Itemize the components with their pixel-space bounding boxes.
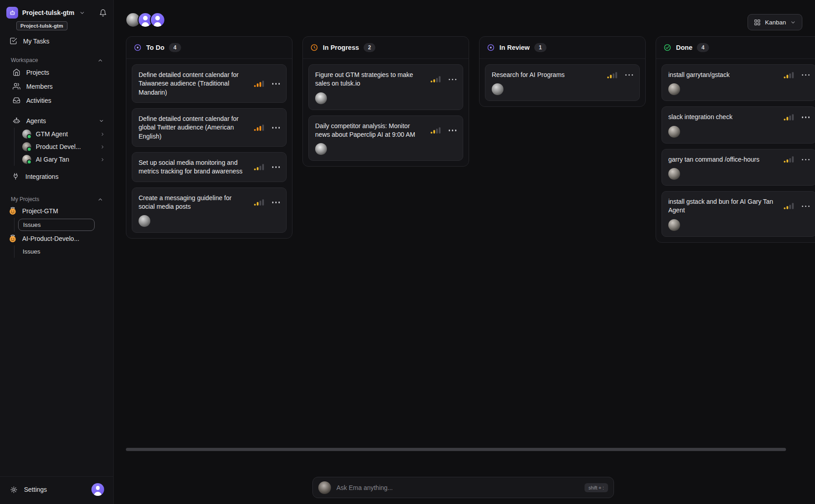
kanban-card[interactable]: Daily competitor analysis: Monitor news …: [308, 115, 463, 161]
check-square-icon: [10, 37, 17, 45]
card-menu-button[interactable]: [802, 72, 810, 78]
sidebar-item-ai-product-develo[interactable]: AI-Product-Develo...: [0, 232, 113, 245]
kanban-card[interactable]: Define detailed content calendar for glo…: [132, 108, 287, 147]
card-menu-button[interactable]: [802, 115, 810, 120]
chevron-right-icon: [100, 144, 105, 149]
card-title: Define detailed content calendar for Tai…: [139, 71, 249, 97]
members-icon: [13, 82, 20, 90]
kanban-card[interactable]: Set up social media monitoring and metri…: [132, 152, 287, 182]
kanban-board: To Do4Define detailed content calendar f…: [126, 36, 815, 243]
assignee-avatar: [139, 215, 150, 227]
priority-icon: [607, 72, 617, 78]
agent-avatar: [22, 142, 31, 151]
assignee-avatar: [668, 168, 680, 180]
chevron-up-icon[interactable]: [97, 197, 103, 202]
kanban-card[interactable]: Research for AI Programs: [485, 64, 640, 101]
chevron-up-icon[interactable]: [97, 58, 103, 63]
chevron-down-icon: [790, 19, 796, 25]
horizontal-scrollbar[interactable]: [126, 448, 786, 451]
section-label: Workspace: [11, 57, 38, 63]
kanban-card[interactable]: install garrytan/gstack: [662, 64, 815, 101]
sidebar-item-ai-gary-tan-agent[interactable]: AI Gary Tan: [14, 153, 113, 166]
member-avatar[interactable]: [150, 12, 165, 28]
sidebar-item-issues-selected[interactable]: Issues: [18, 219, 95, 231]
sidebar-item-activities[interactable]: Activities: [0, 93, 113, 107]
sidebar-item-issues[interactable]: Issues: [14, 245, 113, 258]
kanban-card[interactable]: install gstack and bun for AI Gary Tan A…: [662, 191, 815, 237]
view-switcher-label: Kanban: [765, 19, 786, 26]
column-header: In Review1: [479, 37, 645, 59]
assignee-avatar: [315, 143, 327, 155]
chat-bar: shift + :: [312, 477, 614, 498]
sidebar-item-project-gtm[interactable]: Project-GTM: [0, 204, 113, 218]
column-title: In Review: [499, 44, 530, 51]
chat-shortcut-hint: shift + :: [585, 483, 608, 492]
column-header: Done4: [656, 37, 815, 59]
project-name: Project-GTM: [22, 207, 58, 215]
card-menu-button[interactable]: [625, 72, 633, 78]
user-avatar[interactable]: [91, 483, 104, 496]
card-menu-button[interactable]: [449, 128, 457, 133]
sidebar-item-label: Members: [26, 83, 53, 90]
column-title: In Progress: [323, 44, 359, 51]
agent-name: Product Devel...: [36, 143, 81, 150]
priority-icon: [254, 199, 264, 206]
kanban-card[interactable]: Define detailed content calendar for Tai…: [132, 64, 287, 103]
card-menu-button[interactable]: [272, 200, 280, 205]
kanban-card[interactable]: Create a messaging guideline for social …: [132, 187, 287, 233]
chevron-right-icon: [100, 157, 105, 162]
sidebar-item-my-tasks[interactable]: My Tasks: [0, 34, 113, 48]
priority-icon: [784, 203, 794, 209]
column-body: install garrytan/gstackslack integration…: [656, 59, 815, 242]
chevron-down-icon[interactable]: [99, 118, 104, 124]
assignee-avatar: [315, 92, 327, 104]
gear-icon[interactable]: [10, 486, 18, 494]
inbox-icon: [13, 96, 20, 104]
sidebar: Project-tulsk-gtm Project-tulsk-gtm My T…: [0, 0, 114, 504]
workspace-switcher[interactable]: Project-tulsk-gtm: [0, 0, 113, 19]
view-switcher-button[interactable]: Kanban: [748, 14, 802, 30]
sidebar-item-members[interactable]: Members: [0, 79, 113, 93]
ai-product-subitems: Issues: [14, 245, 113, 258]
priority-icon: [431, 127, 441, 134]
agent-name: AI Gary Tan: [36, 156, 69, 163]
card-menu-button[interactable]: [272, 81, 280, 86]
kanban-card[interactable]: Figure out GTM strategies to make sales …: [308, 64, 463, 110]
kanban-card[interactable]: slack integration check: [662, 106, 815, 143]
kanban-card[interactable]: garry tan command /office-hours: [662, 149, 815, 186]
notifications-bell-icon[interactable]: [99, 9, 107, 17]
agent-name: GTM Agent: [36, 130, 68, 138]
section-label: My Projects: [11, 196, 39, 202]
home-icon: [13, 68, 20, 76]
sidebar-item-product-devel-agent[interactable]: Product Devel...: [14, 140, 113, 153]
chat-input[interactable]: [336, 484, 579, 491]
priority-icon: [254, 125, 264, 131]
card-menu-button[interactable]: [449, 77, 457, 82]
chevron-down-icon: [79, 10, 85, 16]
column-body: Research for AI Programs: [479, 59, 645, 106]
sidebar-footer: Settings: [0, 476, 113, 504]
card-menu-button[interactable]: [272, 164, 280, 170]
sidebar-item-settings[interactable]: Settings: [24, 486, 47, 493]
card-menu-button[interactable]: [802, 157, 810, 163]
section-my-projects: My Projects: [0, 194, 113, 204]
workspace-tooltip: Project-tulsk-gtm: [16, 21, 67, 30]
assignee-avatar: [668, 83, 680, 95]
kanban-column: To Do4Define detailed content calendar f…: [126, 36, 292, 239]
priority-icon: [784, 72, 794, 78]
sidebar-item-label: My Tasks: [23, 38, 49, 45]
card-menu-button[interactable]: [802, 204, 810, 209]
grid-icon: [754, 19, 761, 26]
sidebar-item-gtm-agent[interactable]: GTM Agent: [14, 128, 113, 140]
sidebar-item-projects[interactable]: Projects: [0, 65, 113, 79]
sidebar-item-label: Integrations: [25, 173, 58, 180]
sidebar-item-integrations[interactable]: Integrations: [0, 169, 113, 183]
column-body: Figure out GTM strategies to make sales …: [303, 59, 469, 166]
assignee-avatar: [492, 83, 503, 95]
project-gtm-subitems: Issues: [14, 218, 113, 232]
status-todo-icon: [134, 43, 142, 52]
board-member-avatars: [125, 12, 165, 28]
sidebar-item-agents[interactable]: Agents: [0, 114, 113, 128]
card-title: install gstack and bun for AI Gary Tan A…: [668, 197, 778, 215]
card-menu-button[interactable]: [272, 125, 280, 130]
